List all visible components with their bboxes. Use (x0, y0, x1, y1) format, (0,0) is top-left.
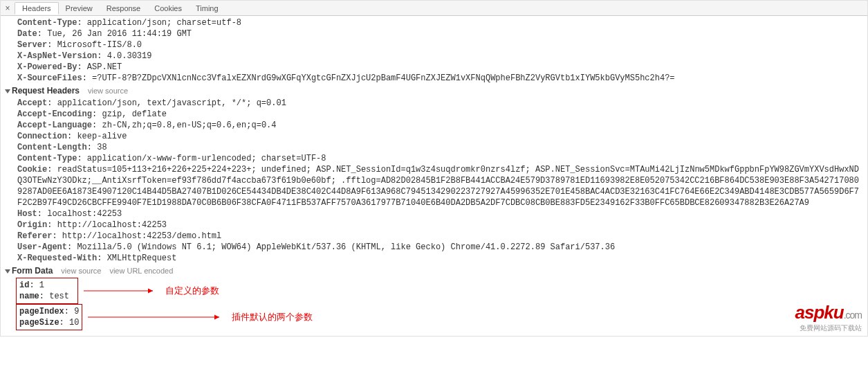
headers-pane: Content-Type: application/json; charset=… (1, 16, 867, 336)
chevron-down-icon (5, 269, 10, 274)
header-row: Content-Type: application/json; charset=… (5, 17, 863, 28)
form-box-default: pageIndex: 9 pageSize: 10 (16, 304, 82, 330)
header-row: Accept: application/json, text/javascrip… (5, 98, 863, 109)
header-row: X-SourceFiles: =?UTF-8?B?ZDpcVXNlcnNcc3V… (5, 73, 863, 84)
annotation-custom: 自定义的参数 (165, 285, 219, 296)
form-default-params: pageIndex: 9 pageSize: 10 插件默认的两个参数 (5, 304, 863, 330)
header-row: X-Powered-By: ASP.NET (5, 62, 863, 73)
watermark: aspku.com 免费网站源码下载站 (795, 302, 862, 333)
devtools-tabs: × Headers Preview Response Cookies Timin… (1, 1, 867, 16)
header-row: Server: Microsoft-IIS/8.0 (5, 39, 863, 51)
header-row: Origin: http://localhost:42253 (5, 220, 863, 231)
tab-cookies[interactable]: Cookies (147, 3, 189, 14)
tab-timing[interactable]: Timing (189, 3, 225, 14)
header-row: Accept-Encoding: gzip, deflate (5, 109, 863, 120)
tab-response[interactable]: Response (100, 3, 148, 14)
header-row: Referer: http://localhost:42253/demo.htm… (5, 231, 863, 242)
header-row: Host: localhost:42253 (5, 208, 863, 220)
view-source-link[interactable]: view source (61, 265, 101, 276)
tab-headers[interactable]: Headers (15, 2, 59, 15)
chevron-down-icon (5, 89, 10, 93)
form-box-custom: id: 1 name: test (16, 278, 78, 304)
header-row: Accept-Language: zh-CN,zh;q=0.8,en-US;q=… (5, 120, 863, 131)
close-icon[interactable]: × (3, 3, 12, 13)
view-source-link[interactable]: view source (88, 85, 128, 96)
header-row: Content-Length: 38 (5, 142, 863, 153)
tab-preview[interactable]: Preview (59, 3, 100, 14)
arrow-icon (84, 285, 160, 296)
header-row: Connection: keep-alive (5, 131, 863, 142)
header-row: User-Agent: Mozilla/5.0 (Windows NT 6.1;… (5, 242, 863, 253)
form-data-section[interactable]: Form Data view source view URL encoded (5, 264, 863, 278)
request-headers-section[interactable]: Request Headers view source (5, 84, 863, 98)
annotation-default: 插件默认的两个参数 (232, 312, 313, 323)
header-row: Cookie: readStatus=105+113+216+226+225+2… (5, 164, 863, 208)
header-row: Date: Tue, 26 Jan 2016 11:44:19 GMT (5, 28, 863, 39)
header-row: X-Requested-With: XMLHttpRequest (5, 253, 863, 264)
view-url-encoded-link[interactable]: view URL encoded (109, 265, 173, 276)
header-row: Content-Type: application/x-www-form-url… (5, 153, 863, 164)
header-row: X-AspNet-Version: 4.0.30319 (5, 51, 863, 62)
form-custom-params: id: 1 name: test 自定义的参数 (5, 278, 863, 304)
arrow-icon (88, 312, 226, 323)
